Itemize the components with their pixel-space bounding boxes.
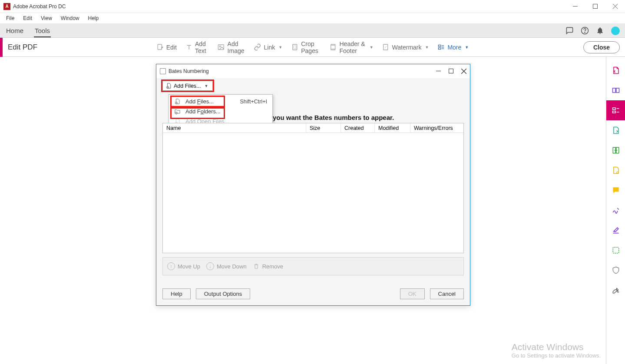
- rp-create-pdf-icon[interactable]: [606, 60, 625, 80]
- col-created[interactable]: Created: [341, 123, 375, 132]
- rp-more-tools-icon[interactable]: [606, 280, 625, 300]
- table-actions-bar: ↑ Move Up ↓ Move Down Remove: [162, 257, 464, 275]
- rp-edit-pdf-icon[interactable]: [606, 100, 625, 120]
- chevron-down-icon: ▼: [370, 45, 374, 50]
- menu-view[interactable]: View: [36, 14, 56, 23]
- rp-comment-icon[interactable]: [606, 180, 625, 200]
- menu-edit[interactable]: Edit: [19, 14, 36, 23]
- close-button[interactable]: [605, 0, 625, 13]
- svg-rect-10: [294, 46, 296, 49]
- chevron-down-icon: ▼: [278, 45, 282, 50]
- link-icon: [254, 43, 261, 51]
- crop-label: Crop Pages: [301, 40, 321, 54]
- chevron-down-icon: ▼: [465, 45, 469, 50]
- svg-rect-7: [218, 45, 224, 50]
- dialog-minimize-button[interactable]: [436, 69, 441, 74]
- rp-accessibility-icon[interactable]: [606, 240, 625, 260]
- toolbar-title: Edit PDF: [8, 43, 37, 52]
- edit-icon: [156, 43, 164, 51]
- document-icon: [160, 68, 166, 74]
- add-image-button[interactable]: Add Image: [218, 40, 245, 54]
- rp-combine-icon[interactable]: [606, 80, 625, 100]
- rp-compress-icon[interactable]: [606, 160, 625, 180]
- ok-button: OK: [400, 288, 425, 299]
- add-file-icon: [174, 98, 181, 105]
- remove-label: Remove: [262, 263, 283, 270]
- titlebar: A Adobe Acrobat Pro DC: [0, 0, 625, 13]
- dialog-close-button[interactable]: [461, 69, 466, 74]
- avatar[interactable]: [611, 26, 620, 35]
- move-down-label: Move Down: [217, 263, 247, 270]
- svg-rect-30: [613, 247, 618, 253]
- svg-rect-16: [439, 48, 441, 50]
- menu-help[interactable]: Help: [84, 14, 103, 23]
- edit-pdf-toolbar: Edit PDF Edit Add Text Add Image Link ▼ …: [0, 38, 625, 57]
- watermark-line1: Activate Windows: [512, 342, 601, 352]
- svg-rect-15: [439, 45, 441, 47]
- col-modified[interactable]: Modified: [375, 123, 410, 132]
- col-name[interactable]: Name: [163, 123, 306, 132]
- svg-rect-21: [616, 88, 619, 93]
- svg-rect-9: [293, 44, 297, 50]
- maximize-button[interactable]: [585, 0, 605, 13]
- add-files-dropdown-button[interactable]: Add Files... ▼: [162, 81, 213, 91]
- dialog-footer: Help Output Options OK Cancel: [162, 288, 464, 299]
- cancel-button[interactable]: Cancel: [430, 288, 464, 299]
- trash-icon: [253, 263, 260, 270]
- ctx-add-folders[interactable]: Add Folders...: [169, 106, 272, 116]
- file-table-header: Name Size Created Modified Warnings/Erro…: [163, 123, 463, 133]
- rp-export-pdf-icon[interactable]: [606, 120, 625, 140]
- output-options-button[interactable]: Output Options: [196, 288, 250, 299]
- link-label: Link: [264, 44, 275, 51]
- minimize-button[interactable]: [565, 0, 585, 13]
- watermark-button[interactable]: Watermark ▼: [382, 43, 429, 51]
- menu-window[interactable]: Window: [56, 14, 84, 23]
- watermark-label: Watermark: [392, 44, 422, 51]
- image-icon: [218, 43, 225, 51]
- bates-numbering-dialog: Bates Numbering Add Files... ▼ Add Files…: [156, 64, 470, 306]
- instruction-text: you want the Bates numbers to appear.: [273, 114, 394, 121]
- more-button[interactable]: More ▼: [437, 43, 469, 51]
- app-title: Adobe Acrobat Pro DC: [13, 3, 66, 10]
- crop-pages-button[interactable]: Crop Pages: [291, 40, 321, 54]
- rp-sign-icon[interactable]: [606, 200, 625, 220]
- edit-label: Edit: [166, 44, 177, 51]
- col-size[interactable]: Size: [306, 123, 341, 132]
- arrow-up-icon: ↑: [167, 262, 175, 270]
- menu-file[interactable]: File: [2, 14, 19, 23]
- rp-protect-icon[interactable]: [606, 260, 625, 280]
- help-button[interactable]: Help: [162, 288, 191, 299]
- ctx-add-files-label: Add Files...: [185, 98, 214, 105]
- app-icon: A: [3, 3, 10, 10]
- header-footer-button[interactable]: Header & Footer ▼: [329, 40, 373, 54]
- header-footer-label: Header & Footer: [339, 40, 366, 54]
- notifications-icon[interactable]: [596, 26, 604, 35]
- col-warnings[interactable]: Warnings/Errors: [410, 123, 463, 132]
- chat-icon[interactable]: [565, 26, 574, 35]
- move-up-button: ↑ Move Up: [167, 262, 200, 270]
- rp-redact-icon[interactable]: [606, 220, 625, 240]
- rp-organize-icon[interactable]: [606, 140, 625, 160]
- add-image-label: Add Image: [228, 40, 245, 54]
- tab-home[interactable]: Home: [5, 24, 24, 37]
- dialog-maximize-button[interactable]: [449, 69, 453, 74]
- add-text-button[interactable]: Add Text: [185, 40, 209, 54]
- ctx-add-files[interactable]: Add Files... Shift+Ctrl+I: [169, 96, 272, 106]
- tab-tools[interactable]: Tools: [34, 24, 51, 37]
- move-down-button: ↓ Move Down: [206, 262, 247, 270]
- add-file-icon: [165, 83, 172, 89]
- edit-button[interactable]: Edit: [156, 43, 177, 51]
- svg-rect-22: [612, 108, 615, 109]
- text-icon: [185, 44, 192, 51]
- file-table: Name Size Created Modified Warnings/Erro…: [162, 123, 464, 253]
- close-toolbar-button[interactable]: Close: [583, 41, 620, 53]
- move-up-label: Move Up: [178, 263, 200, 270]
- crop-icon: [291, 43, 298, 51]
- link-button[interactable]: Link ▼: [254, 43, 283, 51]
- dialog-title: Bates Numbering: [169, 68, 209, 74]
- chevron-down-icon: ▼: [205, 84, 208, 88]
- svg-rect-6: [158, 44, 162, 50]
- svg-rect-20: [612, 88, 615, 93]
- tool-accent-bar: [0, 38, 3, 57]
- help-icon[interactable]: [581, 26, 589, 35]
